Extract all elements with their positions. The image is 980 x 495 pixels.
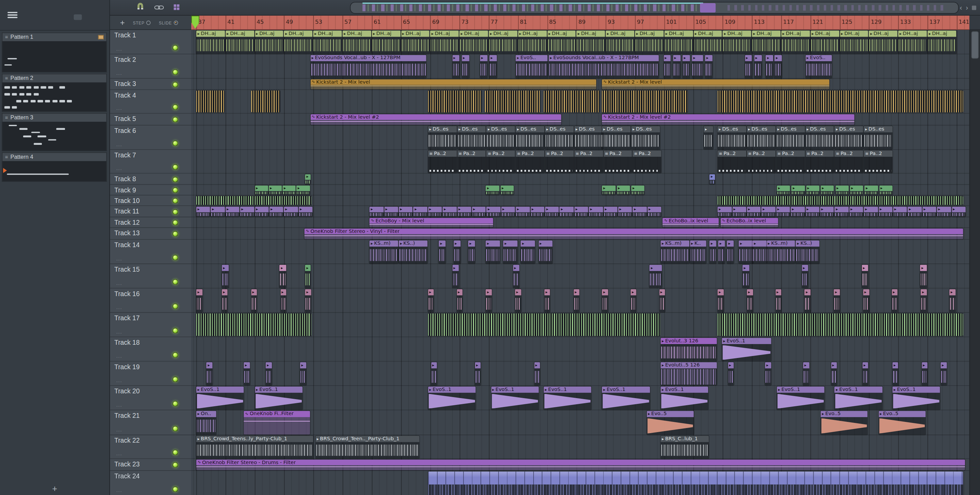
audio-clip[interactable]: ▸KS..m) bbox=[660, 240, 689, 263]
audio-clip[interactable]: ▸ bbox=[530, 207, 544, 217]
track-header[interactable]: Track 18... bbox=[110, 337, 191, 362]
audio-clip[interactable]: ▸ bbox=[920, 265, 927, 288]
pattern-clip[interactable]: ≡Pa..2 bbox=[864, 151, 892, 173]
audio-clip[interactable]: ▸EvoS..1 bbox=[196, 387, 244, 410]
audio-clip[interactable]: ▸KS..m) bbox=[369, 240, 398, 263]
track-header[interactable]: Track 10 bbox=[110, 195, 191, 206]
audio-clip[interactable]: ▸DH..aj bbox=[752, 30, 781, 54]
audio-clip[interactable]: ▸ bbox=[222, 289, 228, 312]
snap-magnet-icon[interactable] bbox=[136, 2, 144, 13]
audio-clip[interactable]: ▸ bbox=[806, 186, 819, 195]
track-header[interactable]: Track 24... bbox=[110, 471, 191, 495]
audio-clip[interactable]: ▸ bbox=[878, 207, 892, 217]
audio-clip[interactable]: ▸ bbox=[414, 207, 427, 217]
striped-audio-clip[interactable] bbox=[196, 196, 311, 205]
audio-clip[interactable]: ▸ bbox=[893, 207, 907, 217]
automation-clip[interactable]: ∿EchoBo..ix level bbox=[663, 218, 719, 227]
playlist-lane[interactable]: ▸▸▸▸▸▸▸▸▸▸▸▸▸▸▸▸▸▸▸▸▸▸▸ bbox=[191, 289, 969, 313]
audio-clip[interactable]: ▸ bbox=[649, 265, 662, 288]
audio-clip[interactable]: ▸ bbox=[296, 186, 310, 195]
audio-clip[interactable]: ▸BRS_Crowd_Teens..ly_Party-Club_1 bbox=[196, 436, 313, 458]
audio-clip[interactable]: ▸ bbox=[457, 289, 463, 312]
playlist-lane[interactable]: ≡Pa..2≡Pa..2≡Pa..2≡Pa..2≡Pa..2≡Pa..2≡Pa.… bbox=[191, 150, 969, 174]
playlist-lane[interactable]: ▸On..∿OneKnob Fi..Filter▸Evo..5▸Evo..5▸E… bbox=[191, 410, 969, 435]
audio-clip[interactable]: ▸ bbox=[284, 207, 298, 217]
audio-clip[interactable]: ▸ bbox=[659, 289, 665, 312]
automation-clip[interactable]: ∿EchoBoy - Mix level bbox=[369, 218, 493, 227]
playlist-lane[interactable]: ▸DH..aj▸DH..aj▸DH..aj▸DH..aj▸DH..aj▸DH..… bbox=[191, 30, 969, 54]
pattern-header[interactable]: ≡Pattern 1 bbox=[2, 33, 107, 41]
audio-clip[interactable]: ▸BRS_Crowd_Teen.._Party-Club_1 bbox=[315, 436, 419, 458]
audio-clip[interactable]: ▸EvoS.. bbox=[516, 55, 547, 78]
audio-clip[interactable]: ▸DH..aj bbox=[226, 30, 254, 54]
audio-clip[interactable]: ▸DS..es bbox=[805, 126, 834, 149]
playlist-lane[interactable]: ▸Evolut..3 126▸EvoS..1 bbox=[191, 337, 969, 362]
playlist-overview-scrollbar[interactable] bbox=[350, 2, 959, 14]
track-header[interactable]: Track 14... bbox=[110, 240, 191, 264]
audio-clip[interactable]: ▸ bbox=[538, 240, 552, 263]
playlist-lane[interactable]: ▸DS..es▸DS..es▸DS..es▸DS..es▸DS..es▸DS..… bbox=[191, 125, 969, 150]
pattern-picker-icon[interactable] bbox=[8, 12, 18, 18]
striped-audio-clip[interactable] bbox=[428, 90, 482, 112]
playlist-lane[interactable]: ▸EvoSounds Vocal..ub - X - 127BPM▸▸▸▸▸Ev… bbox=[191, 54, 969, 79]
automation-clip[interactable]: ∿OneKnob Fi..Filter bbox=[243, 411, 310, 435]
audio-clip[interactable]: ▸DH..aj bbox=[781, 30, 810, 54]
audio-clip[interactable]: ▸ bbox=[602, 289, 608, 312]
audio-clip[interactable]: ▸ bbox=[269, 207, 283, 217]
audio-clip[interactable]: ▸EvoS..1 bbox=[722, 338, 771, 361]
audio-clip[interactable]: ▸DH..aj bbox=[488, 30, 517, 54]
audio-clip[interactable]: ▸ bbox=[280, 265, 286, 288]
playlist-lane[interactable]: ▸▸▸▸▸▸▸▸▸▸▸▸▸▸▸▸▸ bbox=[191, 185, 969, 195]
audio-clip[interactable]: ▸ bbox=[439, 240, 446, 263]
playlist-lane[interactable] bbox=[191, 195, 969, 206]
audio-clip[interactable]: ▸ bbox=[718, 289, 724, 312]
track-header[interactable]: Track 7... bbox=[110, 150, 191, 174]
audio-clip[interactable]: ▸ bbox=[255, 186, 268, 195]
audio-clip[interactable]: ▸ bbox=[457, 207, 471, 217]
track-header[interactable]: Track 21... bbox=[110, 410, 191, 435]
panel-options-icon[interactable] bbox=[74, 14, 82, 20]
audio-clip[interactable]: ▸ bbox=[705, 55, 713, 78]
audio-clip[interactable]: ▸ bbox=[739, 240, 753, 263]
audio-clip[interactable]: ▸DH..aj bbox=[196, 30, 225, 54]
audio-clip[interactable]: ▸ bbox=[589, 207, 603, 217]
playlist-lane[interactable]: ∿OneKnob Filter Stereo - Vinyl - Filter bbox=[191, 228, 969, 240]
audio-clip[interactable]: ▸ bbox=[820, 207, 834, 217]
track-header[interactable]: Track 6... bbox=[110, 125, 191, 150]
audio-clip[interactable]: ▸ bbox=[501, 186, 514, 195]
audio-clip[interactable]: ▸ bbox=[251, 289, 257, 312]
automation-clip[interactable]: ∿EchoBo..ix level bbox=[721, 218, 778, 227]
audio-clip[interactable]: ▸DS..es bbox=[516, 126, 544, 149]
audio-clip[interactable]: ▸ bbox=[574, 207, 588, 217]
audio-clip[interactable]: ▸ bbox=[865, 186, 878, 195]
audio-clip[interactable]: ▸ bbox=[211, 207, 225, 217]
audio-clip[interactable]: ▸ bbox=[399, 207, 413, 217]
audio-clip[interactable]: ▸ bbox=[196, 289, 202, 312]
audio-clip[interactable]: ▸ bbox=[710, 240, 716, 263]
audio-clip[interactable]: ▸ bbox=[908, 207, 922, 217]
track-mute-led[interactable] bbox=[172, 304, 178, 309]
track-mute-led[interactable] bbox=[172, 198, 178, 204]
audio-clip[interactable]: ▸DH..aj bbox=[869, 30, 898, 54]
audio-clip[interactable]: ▸On.. bbox=[196, 411, 216, 435]
track-mute-led[interactable] bbox=[172, 117, 178, 122]
audio-clip[interactable]: ▸ bbox=[604, 207, 617, 217]
audio-clip[interactable]: ▸EvoS..1 bbox=[543, 387, 591, 410]
audio-clip[interactable]: ▸ bbox=[791, 207, 805, 217]
automation-clip[interactable]: ∿OneKnob Filter Stereo - Drums - Filter bbox=[196, 460, 965, 470]
audio-clip[interactable]: ▸DS..es bbox=[574, 126, 603, 149]
pattern-clip[interactable]: ≡Pa..2 bbox=[487, 151, 515, 173]
audio-clip[interactable]: ▸ bbox=[821, 186, 834, 195]
scroll-left-button[interactable]: ‹ bbox=[960, 4, 962, 11]
playlist-lane[interactable]: ▸▸ bbox=[191, 174, 969, 185]
track-mute-led[interactable] bbox=[172, 82, 178, 87]
audio-clip[interactable]: ▸ bbox=[718, 240, 725, 263]
audio-clip[interactable]: ▸ bbox=[747, 207, 761, 217]
playlist-lane[interactable]: ▸EvoS..1▸EvoS..1▸EvoS..1▸EvoS..1▸EvoS..1… bbox=[191, 386, 969, 410]
audio-clip[interactable]: ▸Evo..5 bbox=[646, 411, 694, 435]
striped-audio-clip[interactable] bbox=[428, 313, 660, 336]
pattern-thumbnail[interactable] bbox=[2, 161, 107, 182]
window-options-icon[interactable] bbox=[972, 5, 976, 10]
audio-clip[interactable]: ▸DH..aj bbox=[694, 30, 722, 54]
audio-clip[interactable]: ▸ bbox=[921, 362, 927, 385]
